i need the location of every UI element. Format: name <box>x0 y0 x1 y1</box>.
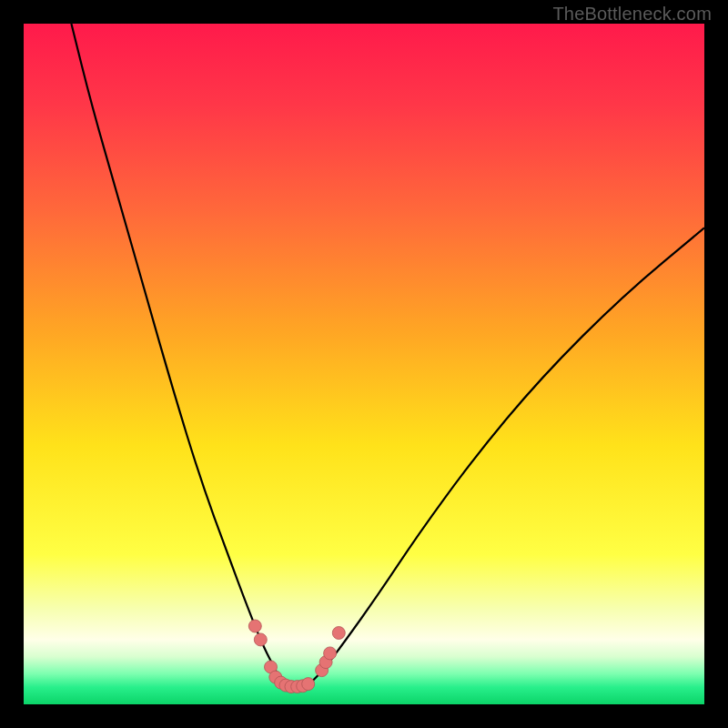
watermark-text: TheBottleneck.com <box>552 4 712 25</box>
data-marker <box>302 678 315 691</box>
data-marker <box>248 620 261 632</box>
data-marker <box>324 647 337 660</box>
chart-container: TheBottleneck.com <box>0 0 728 728</box>
plot-area <box>24 24 704 704</box>
marker-group <box>248 620 345 693</box>
data-marker <box>332 627 345 640</box>
right-curve <box>309 228 704 683</box>
left-curve <box>71 24 283 684</box>
data-marker <box>254 633 267 646</box>
curves-layer <box>24 24 704 704</box>
